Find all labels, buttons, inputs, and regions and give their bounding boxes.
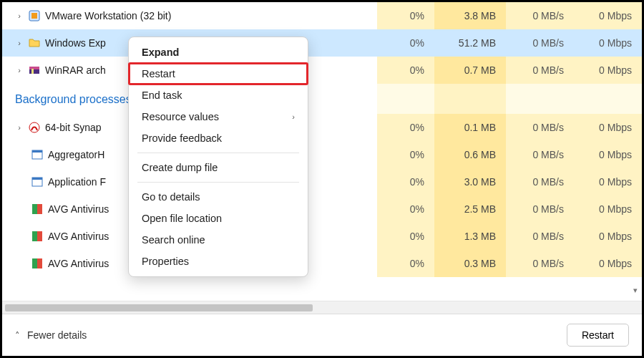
net-cell: 0 Mbps xyxy=(574,2,642,29)
net-cell: 0 Mbps xyxy=(574,168,642,195)
section-header: Background processes xyxy=(15,86,132,112)
disk-cell: 0 MB/s xyxy=(506,57,574,84)
net-cell: 0 Mbps xyxy=(574,57,642,84)
disk-cell: 0 MB/s xyxy=(506,195,574,223)
disk-cell: 0 MB/s xyxy=(506,2,574,29)
cpu-cell: 0% xyxy=(377,29,434,57)
disk-cell: 0 MB/s xyxy=(506,250,574,277)
cpu-cell: 0% xyxy=(377,114,434,141)
net-cell: 0 Mbps xyxy=(574,195,642,223)
process-list[interactable]: › VMware Workstation (32 bit) 0% 3.8 MB … xyxy=(2,2,642,301)
process-name: 64-bit Synap xyxy=(45,122,102,133)
disk-cell: 0 MB/s xyxy=(506,29,574,57)
svg-rect-10 xyxy=(32,204,37,214)
fewer-details-toggle[interactable]: ˄ Fewer details xyxy=(15,329,87,341)
process-row[interactable]: AVG Antivirus 0% 2.5 MB 0 MB/s 0 Mbps xyxy=(2,195,642,223)
chevron-right-icon[interactable]: › xyxy=(15,39,24,47)
menu-item-properties[interactable]: Properties xyxy=(129,251,308,272)
synaptics-icon xyxy=(28,121,41,134)
cpu-cell: 0% xyxy=(377,57,434,84)
footer: ˄ Fewer details Restart xyxy=(2,314,642,356)
menu-item-go-to-details[interactable]: Go to details xyxy=(129,186,308,208)
cpu-cell: 0% xyxy=(377,223,434,250)
app-icon xyxy=(31,148,44,161)
menu-item-provide-feedback[interactable]: Provide feedback xyxy=(129,127,308,149)
svg-rect-9 xyxy=(32,178,42,180)
menu-item-expand[interactable]: Expand xyxy=(129,42,308,63)
process-name: WinRAR arch xyxy=(45,64,106,76)
process-row[interactable]: › Windows Exp 0% 51.2 MB 0 MB/s 0 Mbps xyxy=(2,29,642,57)
process-name: AVG Antivirus xyxy=(48,258,109,269)
mem-cell: 3.8 MB xyxy=(434,2,506,29)
mem-cell: 2.5 MB xyxy=(434,195,506,223)
horizontal-scrollbar[interactable] xyxy=(2,301,642,314)
disk-cell: 0 MB/s xyxy=(506,141,574,168)
process-name: VMware Workstation (32 bit) xyxy=(45,10,171,21)
svg-rect-3 xyxy=(29,67,39,69)
menu-item-end-task[interactable]: End task xyxy=(129,84,308,106)
chevron-right-icon[interactable]: › xyxy=(15,66,24,74)
cpu-cell: 0% xyxy=(377,2,434,29)
svg-rect-11 xyxy=(37,204,42,214)
process-name: AVG Antivirus xyxy=(48,231,109,242)
svg-rect-14 xyxy=(32,258,37,268)
process-row[interactable]: AVG Antivirus 0% 1.3 MB 0 MB/s 0 Mbps xyxy=(2,223,642,250)
context-menu: Expand Restart End task Resource values›… xyxy=(128,37,308,277)
folder-icon xyxy=(28,37,41,49)
process-name: AVG Antivirus xyxy=(48,203,109,215)
task-manager-window: › VMware Workstation (32 bit) 0% 3.8 MB … xyxy=(0,0,644,358)
menu-separator xyxy=(137,153,299,153)
chevron-right-icon: › xyxy=(292,112,295,121)
net-cell: 0 Mbps xyxy=(574,114,642,141)
menu-item-search-online[interactable]: Search online xyxy=(129,229,308,251)
svg-rect-4 xyxy=(31,69,34,74)
svg-rect-15 xyxy=(37,258,42,268)
app-icon xyxy=(31,175,44,188)
svg-rect-7 xyxy=(32,150,42,153)
mem-cell: 0.1 MB xyxy=(434,114,506,141)
process-row[interactable]: › VMware Workstation (32 bit) 0% 3.8 MB … xyxy=(2,2,642,29)
process-row[interactable]: AVG Antivirus 0% 0.3 MB 0 MB/s 0 Mbps xyxy=(2,250,642,277)
cpu-cell: 0% xyxy=(377,141,434,168)
chevron-up-icon: ˄ xyxy=(15,330,20,341)
winrar-icon xyxy=(28,64,41,77)
disk-cell: 0 MB/s xyxy=(506,114,574,141)
cpu-cell: 0% xyxy=(377,168,434,195)
menu-item-open-file-location[interactable]: Open file location xyxy=(129,208,308,229)
mem-cell: 3.0 MB xyxy=(434,168,506,195)
process-name: Windows Exp xyxy=(45,37,106,49)
process-row[interactable]: AggregatorH 0% 0.6 MB 0 MB/s 0 Mbps xyxy=(2,141,642,168)
net-cell: 0 Mbps xyxy=(574,29,642,57)
menu-item-restart[interactable]: Restart xyxy=(129,63,308,84)
section-spacer: Background processes xyxy=(2,84,642,114)
net-cell: 0 Mbps xyxy=(574,250,642,277)
svg-rect-13 xyxy=(37,231,42,241)
process-row[interactable]: Application F 0% 3.0 MB 0 MB/s 0 Mbps xyxy=(2,168,642,195)
svg-rect-12 xyxy=(32,231,37,241)
mem-cell: 51.2 MB xyxy=(434,29,506,57)
disk-cell: 0 MB/s xyxy=(506,223,574,250)
menu-separator xyxy=(137,182,299,183)
process-row[interactable]: › WinRAR arch 0% 0.7 MB 0 MB/s 0 Mbps xyxy=(2,57,642,84)
restart-button[interactable]: Restart xyxy=(567,324,629,347)
avg-icon xyxy=(31,203,44,216)
mem-cell: 0.7 MB xyxy=(434,57,506,84)
disk-cell: 0 MB/s xyxy=(506,168,574,195)
process-name: AggregatorH xyxy=(48,149,104,160)
cpu-cell: 0% xyxy=(377,195,434,223)
svg-rect-1 xyxy=(31,13,37,19)
avg-icon xyxy=(31,230,44,243)
net-cell: 0 Mbps xyxy=(574,141,642,168)
avg-icon xyxy=(31,257,44,270)
process-name: Application F xyxy=(48,176,106,188)
process-row[interactable]: › 64-bit Synap 0% 0.1 MB 0 MB/s 0 Mbps xyxy=(2,114,642,141)
chevron-right-icon[interactable]: › xyxy=(15,11,24,20)
mem-cell: 0.3 MB xyxy=(434,250,506,277)
net-cell: 0 Mbps xyxy=(574,223,642,250)
scroll-down-icon[interactable]: ▾ xyxy=(631,286,640,296)
cpu-cell: 0% xyxy=(377,250,434,277)
menu-item-create-dump[interactable]: Create dump file xyxy=(129,157,308,178)
menu-item-resource-values[interactable]: Resource values› xyxy=(129,106,308,127)
chevron-right-icon[interactable]: › xyxy=(15,123,24,132)
scrollbar-thumb[interactable] xyxy=(5,304,313,311)
